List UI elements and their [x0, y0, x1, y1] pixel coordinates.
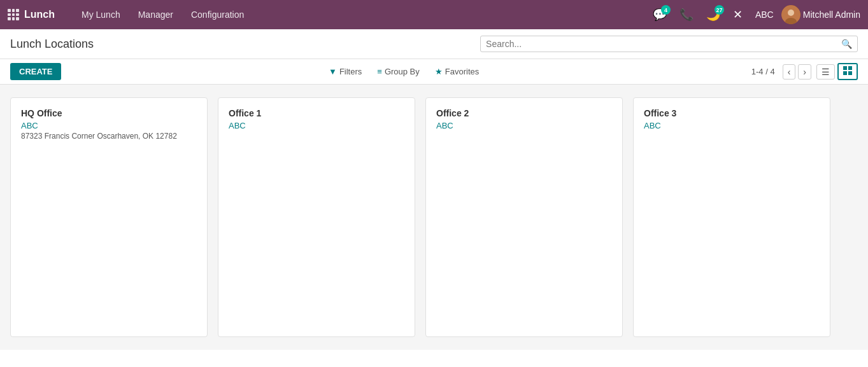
toolbar: CREATE ▼ Filters ≡ Group By ★ Favorites …	[0, 59, 868, 85]
card-sub-0: ABC	[21, 121, 197, 130]
page-title: Lunch Locations	[10, 38, 94, 51]
menu-my-lunch[interactable]: My Lunch	[75, 10, 127, 20]
card-address-0: 87323 Francis Corner Oscarhaven, OK 1278…	[21, 132, 197, 141]
list-item[interactable]: Office 1 ABC	[218, 97, 415, 337]
svg-point-1	[788, 10, 794, 16]
search-wrapper: 🔍	[480, 36, 858, 52]
avatar-img	[781, 5, 800, 24]
close-icon: ✕	[733, 8, 743, 22]
card-title-3: Office 3	[644, 108, 820, 118]
kanban-container: HQ Office ABC 87323 Francis Corner Oscar…	[0, 85, 868, 350]
filters-btn[interactable]: ▼ Filters	[322, 64, 368, 79]
topnav: Lunch My Lunch Manager Configuration 💬 4…	[0, 0, 868, 29]
svg-rect-3	[843, 66, 847, 70]
filter-icon: ▼	[329, 67, 337, 76]
card-sub-3: ABC	[644, 121, 820, 130]
search-input[interactable]	[486, 39, 841, 49]
create-button[interactable]: CREATE	[10, 63, 61, 80]
grid-icon	[8, 9, 19, 20]
svg-rect-6	[848, 71, 852, 75]
list-item[interactable]: Office 2 ABC	[425, 97, 623, 337]
card-title-1: Office 1	[229, 108, 404, 118]
svg-rect-5	[843, 71, 847, 75]
menu-configuration[interactable]: Configuration	[185, 10, 250, 20]
favorites-btn[interactable]: ★ Favorites	[429, 64, 485, 79]
svg-rect-4	[848, 66, 852, 70]
chat-icon-btn[interactable]: 💬 4	[648, 5, 672, 24]
list-view-button[interactable]: ☰	[816, 64, 835, 80]
close-icon-btn[interactable]: ✕	[728, 5, 748, 24]
moon-icon-btn[interactable]: 🌙 27	[701, 5, 725, 24]
card-sub-2: ABC	[436, 121, 612, 130]
star-icon: ★	[435, 67, 443, 76]
favorites-label: Favorites	[445, 67, 479, 76]
topnav-label: ABC	[750, 10, 779, 20]
card-title-2: Office 2	[436, 108, 612, 118]
group-by-label: Group By	[385, 67, 420, 76]
kanban-view-button[interactable]	[837, 63, 858, 80]
user-name: Mitchell Admin	[803, 10, 860, 20]
menu-manager[interactable]: Manager	[132, 10, 180, 20]
group-icon: ≡	[377, 67, 382, 76]
app-name: Lunch	[24, 9, 55, 20]
phone-icon: 📞	[679, 8, 694, 22]
phone-icon-btn[interactable]: 📞	[674, 5, 699, 24]
list-item[interactable]: Office 3 ABC	[633, 97, 830, 337]
next-page-button[interactable]: ›	[798, 64, 811, 80]
moon-badge: 27	[715, 5, 724, 15]
search-icon[interactable]: 🔍	[841, 39, 852, 49]
chat-badge: 4	[661, 5, 671, 15]
header-section: Lunch Locations 🔍	[0, 29, 868, 59]
filters-label: Filters	[339, 67, 362, 76]
list-item[interactable]: HQ Office ABC 87323 Francis Corner Oscar…	[10, 97, 208, 337]
avatar[interactable]	[781, 5, 800, 24]
prev-page-button[interactable]: ‹	[783, 64, 796, 80]
pagination-text: 1-4 / 4	[746, 67, 780, 76]
group-by-btn[interactable]: ≡ Group By	[371, 64, 426, 79]
topnav-icons: 💬 4 📞 🌙 27 ✕ ABC Mitchell Admin	[648, 5, 860, 24]
page-container: Lunch Locations 🔍 CREATE ▼ Filters ≡ Gro…	[0, 29, 868, 367]
card-sub-1: ABC	[229, 121, 404, 130]
card-title-0: HQ Office	[21, 108, 197, 118]
kanban-view-icon	[843, 66, 852, 75]
app-logo[interactable]: Lunch	[8, 9, 65, 20]
